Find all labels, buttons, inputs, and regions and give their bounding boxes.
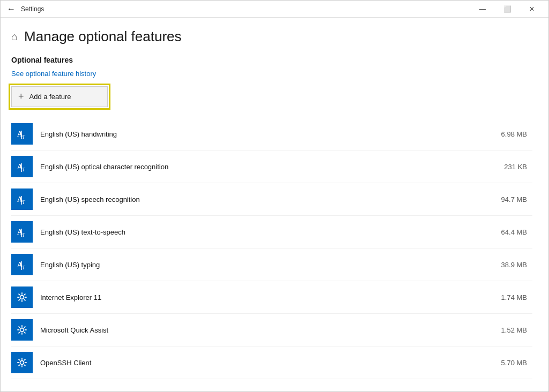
feature-size: 1.74 MB <box>501 293 532 301</box>
gear-icon <box>11 352 33 373</box>
feature-name: Internet Explorer 11 <box>40 293 101 301</box>
content-area: ⌂ Manage optional features Optional feat… <box>1 18 548 391</box>
feature-size: 1.52 MB <box>501 326 532 334</box>
font-icon: A T <box>11 156 33 177</box>
feature-name: English (US) speech recognition <box>40 195 140 203</box>
window-title: Settings <box>21 5 44 13</box>
svg-point-15 <box>20 296 24 299</box>
feature-size: 231 KB <box>504 163 532 171</box>
page-header: ⌂ Manage optional features <box>11 28 532 45</box>
feature-size: 5.70 MB <box>501 359 532 367</box>
page-title: Manage optional features <box>24 28 181 45</box>
gear-icon <box>11 319 33 341</box>
feature-size: 64.4 MB <box>501 228 532 236</box>
svg-point-16 <box>20 328 24 332</box>
font-icon: A T <box>11 189 33 210</box>
list-item[interactable]: Internet Explorer 111.74 MB <box>11 281 532 314</box>
maximize-button[interactable]: ⬜ <box>495 1 520 18</box>
list-item[interactable]: A T English (US) text-to-speech64.4 MB <box>11 216 532 248</box>
history-link[interactable]: See optional feature history <box>11 70 96 78</box>
feature-name: English (US) typing <box>40 261 100 269</box>
svg-point-17 <box>20 361 24 365</box>
feature-name: English (US) text-to-speech <box>40 228 125 236</box>
list-item[interactable]: A T English (US) optical character recog… <box>11 150 532 183</box>
add-feature-button[interactable]: + Add a feature <box>11 86 108 107</box>
list-item[interactable]: A T English (US) typing38.9 MB <box>11 248 532 281</box>
svg-text:T: T <box>22 199 26 205</box>
gear-icon <box>11 287 33 308</box>
feature-name: English (US) handwriting <box>40 130 117 138</box>
feature-size: 94.7 MB <box>501 195 532 203</box>
list-item[interactable]: Microsoft Quick Assist1.52 MB <box>11 314 532 346</box>
add-feature-label: Add a feature <box>29 93 71 101</box>
list-item[interactable]: A T English (US) speech recognition94.7 … <box>11 183 532 216</box>
title-bar: ← Settings — ⬜ ✕ <box>1 1 548 18</box>
svg-text:T: T <box>22 167 26 172</box>
feature-name: English (US) optical character recogniti… <box>40 163 168 171</box>
font-icon: A T <box>11 221 33 243</box>
home-icon[interactable]: ⌂ <box>11 31 18 43</box>
feature-name: Microsoft Quick Assist <box>40 326 108 334</box>
font-icon: A T <box>11 254 33 275</box>
svg-text:T: T <box>22 134 26 140</box>
back-button[interactable]: ← <box>5 3 18 16</box>
window-controls: — ⬜ ✕ <box>470 1 544 18</box>
svg-text:T: T <box>22 232 26 238</box>
plus-icon: + <box>18 91 24 102</box>
feature-name: OpenSSH Client <box>40 359 91 367</box>
feature-list: A T English (US) handwriting6.98 MB A T … <box>11 118 532 379</box>
svg-text:T: T <box>22 265 26 270</box>
section-title: Optional features <box>11 56 532 64</box>
font-icon: A T <box>11 123 33 145</box>
list-item[interactable]: OpenSSH Client5.70 MB <box>11 346 532 379</box>
list-item[interactable]: A T English (US) handwriting6.98 MB <box>11 118 532 150</box>
settings-window: ← Settings — ⬜ ✕ ⌂ Manage optional featu… <box>0 0 549 392</box>
minimize-button[interactable]: — <box>470 1 495 18</box>
close-button[interactable]: ✕ <box>520 1 544 18</box>
feature-size: 38.9 MB <box>501 261 532 269</box>
feature-size: 6.98 MB <box>501 130 532 138</box>
